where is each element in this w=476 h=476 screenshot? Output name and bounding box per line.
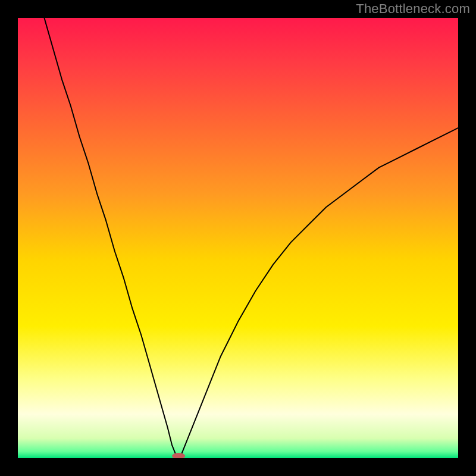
- watermark-text: TheBottleneck.com: [356, 1, 470, 17]
- gradient-background: [18, 18, 458, 458]
- chart-svg: [18, 18, 458, 458]
- bottleneck-chart: [18, 18, 458, 458]
- chart-frame: TheBottleneck.com: [0, 0, 476, 476]
